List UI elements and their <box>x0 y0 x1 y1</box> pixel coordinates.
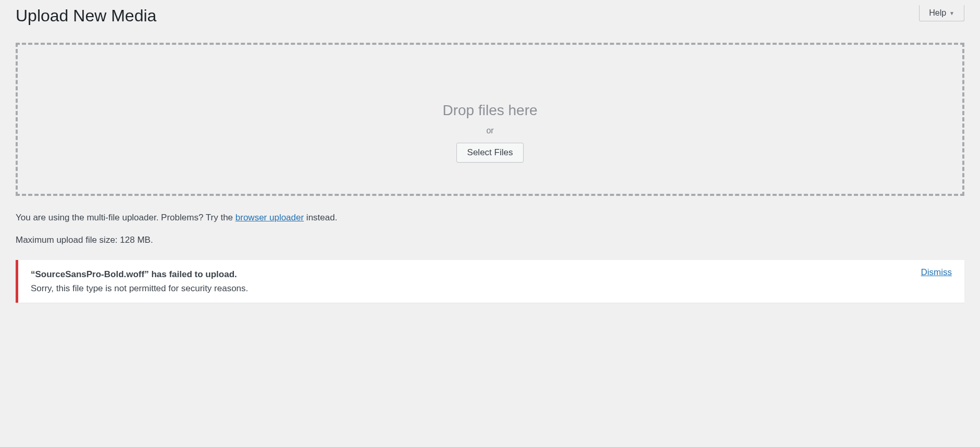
chevron-down-icon: ▼ <box>949 10 954 16</box>
uploader-note-prefix: You are using the multi-file uploader. P… <box>16 213 235 222</box>
upload-error-notice: “SourceSansPro-Bold.woff” has failed to … <box>16 260 964 303</box>
page-title: Upload New Media <box>16 5 964 27</box>
error-reason: Sorry, this file type is not permitted f… <box>31 281 248 295</box>
dropzone-or-label: or <box>28 126 952 135</box>
uploader-note: You are using the multi-file uploader. P… <box>16 210 964 225</box>
browser-uploader-link[interactable]: browser uploader <box>235 213 304 222</box>
dropzone-title: Drop files here <box>28 102 952 119</box>
max-upload-size: Maximum upload file size: 128 MB. <box>16 235 964 245</box>
dismiss-link[interactable]: Dismiss <box>921 267 952 278</box>
error-headline: “SourceSansPro-Bold.woff” has failed to … <box>31 267 248 281</box>
file-dropzone[interactable]: Drop files here or Select Files <box>16 43 964 196</box>
uploader-note-suffix: instead. <box>304 213 337 222</box>
help-tab[interactable]: Help ▼ <box>919 5 964 21</box>
select-files-button[interactable]: Select Files <box>456 143 524 163</box>
help-tab-label: Help <box>929 8 946 18</box>
